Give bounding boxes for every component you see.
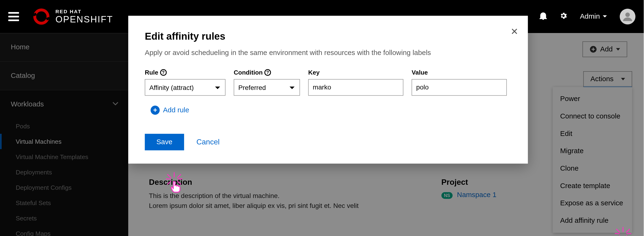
cancel-button[interactable]: Cancel: [196, 138, 220, 147]
modal-title: Edit affinity rules: [145, 31, 511, 42]
help-icon[interactable]: ?: [160, 69, 166, 76]
add-rule-button[interactable]: + Add rule: [145, 106, 511, 115]
value-input[interactable]: [412, 79, 507, 96]
modal-subtitle: Apply or avoid schedueling in the same e…: [145, 49, 511, 57]
rule-select[interactable]: Affinity (attract): [145, 79, 225, 96]
help-icon[interactable]: ?: [264, 69, 271, 76]
add-rule-label: Add rule: [163, 106, 189, 114]
modal-close-button[interactable]: ✕: [510, 27, 518, 37]
rule-field-label: Rule?: [145, 69, 225, 76]
save-button[interactable]: Save: [145, 134, 184, 150]
edit-affinity-modal: ✕ Edit affinity rules Apply or avoid sch…: [128, 16, 528, 164]
value-field-label: Value: [412, 69, 507, 76]
key-input[interactable]: [308, 79, 403, 96]
condition-select[interactable]: Preferred: [234, 79, 300, 96]
condition-field-label: Condition?: [234, 69, 300, 76]
plus-circle-icon: +: [151, 106, 160, 115]
key-field-label: Key: [308, 69, 403, 76]
